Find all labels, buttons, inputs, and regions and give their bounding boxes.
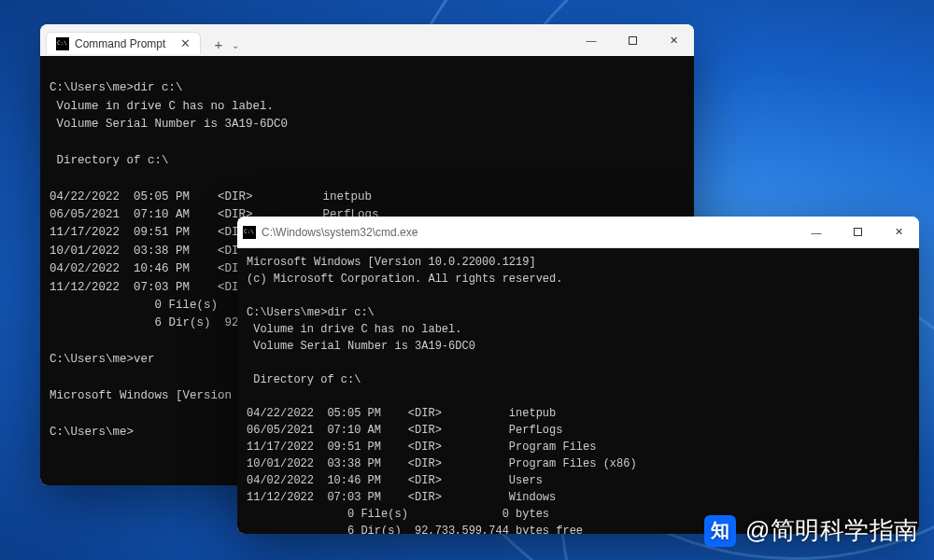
square-icon: [629, 36, 637, 45]
zhihu-logo-icon: 知: [704, 515, 736, 547]
terminal-window-2: C:\Windows\system32\cmd.exe — ✕ Microsof…: [237, 217, 919, 534]
watermark: 知 @简明科学指南: [704, 514, 919, 547]
square-icon: [854, 228, 862, 236]
maximize-button[interactable]: [612, 24, 653, 56]
tab-command-prompt[interactable]: Command Prompt ✕: [46, 32, 201, 54]
minimize-button[interactable]: —: [796, 217, 837, 248]
window-controls: — ✕: [796, 217, 919, 248]
cmd-icon: [243, 226, 256, 239]
minimize-button[interactable]: —: [571, 24, 612, 56]
titlebar[interactable]: C:\Windows\system32\cmd.exe — ✕: [237, 217, 919, 248]
maximize-button[interactable]: [837, 217, 878, 248]
watermark-text: @简明科学指南: [745, 514, 919, 547]
new-tab-button[interactable]: +: [206, 33, 230, 56]
window-title: C:\Windows\system32\cmd.exe: [262, 226, 417, 239]
tab-dropdown-icon[interactable]: ⌄: [232, 40, 239, 50]
terminal-output[interactable]: Microsoft Windows [Version 10.0.22000.12…: [237, 248, 919, 534]
cmd-icon: [56, 37, 69, 50]
tab-label: Command Prompt: [75, 37, 165, 50]
close-button[interactable]: ✕: [878, 217, 919, 248]
titlebar[interactable]: Command Prompt ✕ + ⌄ — ✕: [40, 24, 694, 56]
close-button[interactable]: ✕: [653, 24, 694, 56]
tab-close-icon[interactable]: ✕: [180, 36, 191, 50]
window-controls: — ✕: [571, 24, 694, 56]
